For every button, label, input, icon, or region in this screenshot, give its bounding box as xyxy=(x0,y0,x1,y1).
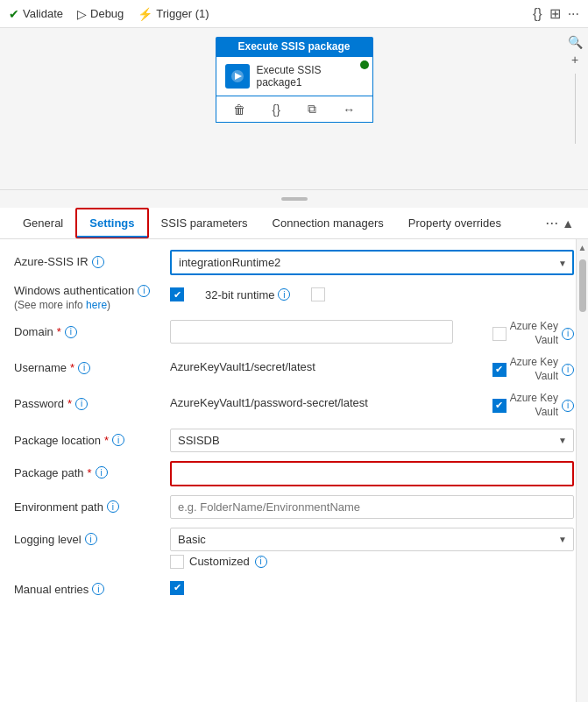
toolbar-right: {} ⊞ ··· xyxy=(533,5,579,22)
ssis-node-toolbar: 🗑 {} ⧉ ↔ xyxy=(216,96,373,123)
windows-auth-label: Windows authentication i (See more info … xyxy=(14,284,163,311)
collapse-bar[interactable] xyxy=(0,190,588,208)
ssis-copy-button[interactable]: ⧉ xyxy=(304,100,320,118)
manual-entries-checkbox[interactable]: ✔ xyxy=(170,581,184,595)
logging-level-label: Logging level i xyxy=(14,528,163,546)
windows-auth-controls: ✔ 32-bit runtime i xyxy=(170,284,574,301)
package-path-input[interactable]: demo/ScaleOutProject/Transformation.dtsx xyxy=(170,461,574,486)
trigger-icon: ⚡ xyxy=(138,7,152,21)
runtime-checkbox[interactable] xyxy=(311,287,325,301)
logging-level-info-icon[interactable]: i xyxy=(85,533,97,545)
form-area: Azure-SSIS IR i integrationRuntime2 ▼ Wi… xyxy=(0,239,588,702)
azure-ssis-ir-control: integrationRuntime2 ▼ xyxy=(170,250,574,275)
password-info-icon[interactable]: i xyxy=(75,398,88,410)
manual-entries-info-icon[interactable]: i xyxy=(92,583,104,595)
ssis-node-body: Execute SSIS package1 xyxy=(216,56,373,96)
tab-property-overrides[interactable]: Property overrides xyxy=(396,209,514,237)
domain-akv-checkbox[interactable] xyxy=(492,327,507,341)
validate-icon: ✔ xyxy=(9,7,19,21)
manual-entries-row: Manual entries i ✔ xyxy=(14,578,574,596)
package-path-info-icon[interactable]: i xyxy=(96,466,108,479)
code-button[interactable]: {} xyxy=(533,6,542,22)
domain-akv-wrapper: Azure KeyVault i xyxy=(460,320,574,347)
azure-ssis-ir-row: Azure-SSIS IR i integrationRuntime2 ▼ xyxy=(14,250,574,275)
zoom-plus-button[interactable]: + xyxy=(571,53,578,67)
azure-ssis-ir-info-icon[interactable]: i xyxy=(92,256,104,268)
debug-icon: ▷ xyxy=(77,7,87,21)
domain-akv-label: Azure KeyVault xyxy=(510,320,558,347)
username-control: AzureKeyVault1/secret/latest xyxy=(170,356,453,378)
more-button[interactable]: ··· xyxy=(568,6,579,22)
username-akv-wrapper: ✔ Azure KeyVault i xyxy=(460,356,574,383)
domain-info-icon[interactable]: i xyxy=(65,326,77,338)
tab-ssis-parameters[interactable]: SSIS parameters xyxy=(149,209,260,237)
azure-ssis-ir-select-wrapper: integrationRuntime2 ▼ xyxy=(170,250,574,275)
domain-input[interactable]: MyDomain xyxy=(170,320,453,344)
tab-connection-managers[interactable]: Connection managers xyxy=(260,209,396,237)
package-location-info-icon[interactable]: i xyxy=(112,434,124,446)
password-value: AzureKeyVault1/password-secret/latest xyxy=(170,392,453,414)
environment-path-control xyxy=(170,495,574,519)
manual-entries-control: ✔ xyxy=(170,578,574,595)
password-akv-info-icon[interactable]: i xyxy=(562,400,574,412)
tab-settings[interactable]: Settings xyxy=(75,208,148,238)
scrollbar-thumb[interactable] xyxy=(579,259,586,312)
windows-auth-info-icon[interactable]: i xyxy=(138,285,150,297)
username-akv-info-icon[interactable]: i xyxy=(562,364,574,376)
validate-button[interactable]: ✔ Validate xyxy=(9,7,63,21)
trigger-button[interactable]: ⚡ Trigger (1) xyxy=(138,7,209,21)
debug-button[interactable]: ▷ Debug xyxy=(77,7,124,21)
customized-checkbox[interactable] xyxy=(170,555,184,569)
tabs-more-button[interactable]: ··· xyxy=(545,214,558,232)
domain-akv-info-icon[interactable]: i xyxy=(562,328,574,340)
package-path-label: Package path * i xyxy=(14,461,163,479)
username-label: Username * i xyxy=(14,356,163,374)
username-akv-checkbox[interactable]: ✔ xyxy=(492,363,507,377)
windows-auth-row: Windows authentication i (See more info … xyxy=(14,284,574,311)
ssis-delete-button[interactable]: 🗑 xyxy=(230,101,249,118)
username-row: Username * i AzureKeyVault1/secret/lates… xyxy=(14,356,574,383)
right-scrollbar: ▲ ▼ xyxy=(576,239,588,702)
ssis-node[interactable]: Execute SSIS package Execute SSIS packag… xyxy=(216,37,373,123)
tab-general[interactable]: General xyxy=(11,209,75,237)
password-akv-checkbox[interactable]: ✔ xyxy=(492,399,507,413)
grid-button[interactable]: ⊞ xyxy=(549,5,561,22)
environment-path-row: Environment path i xyxy=(14,495,574,519)
password-control: AzureKeyVault1/password-secret/latest xyxy=(170,392,453,414)
form-area-wrapper: Azure-SSIS IR i integrationRuntime2 ▼ Wi… xyxy=(0,239,588,702)
username-value: AzureKeyVault1/secret/latest xyxy=(170,356,453,378)
package-location-row: Package location * i SSISDB ▼ xyxy=(14,429,574,452)
customized-info-icon[interactable]: i xyxy=(255,556,267,568)
domain-control: MyDomain xyxy=(170,320,453,344)
manual-entries-checkbox-wrapper: ✔ xyxy=(170,578,574,595)
logging-level-row: Logging level i Basic ▼ Customized i xyxy=(14,528,574,569)
azure-ssis-ir-label: Azure-SSIS IR i xyxy=(14,250,163,268)
scroll-down-arrow[interactable]: ▼ xyxy=(575,696,588,702)
package-location-label: Package location * i xyxy=(14,429,163,447)
package-location-control: SSISDB ▼ xyxy=(170,429,574,452)
scroll-up-arrow[interactable]: ▲ xyxy=(575,239,588,256)
zoom-search-button[interactable]: 🔍 xyxy=(568,35,583,49)
ssis-node-status xyxy=(360,60,369,69)
main-toolbar: ✔ Validate ▷ Debug ⚡ Trigger (1) {} ⊞ ··… xyxy=(0,0,588,28)
runtime-info-icon[interactable]: i xyxy=(278,288,290,301)
environment-path-input[interactable] xyxy=(170,495,574,519)
username-info-icon[interactable]: i xyxy=(78,362,90,374)
ssis-code-button[interactable]: {} xyxy=(268,101,283,118)
tabs-bar: General Settings SSIS parameters Connect… xyxy=(0,208,588,239)
azure-ssis-ir-select[interactable]: integrationRuntime2 xyxy=(170,250,574,275)
tabs-scroll-up[interactable]: ▲ xyxy=(558,216,577,230)
windows-auth-checkbox[interactable]: ✔ xyxy=(170,287,184,301)
logging-level-select[interactable]: Basic xyxy=(170,528,574,551)
package-path-control: demo/ScaleOutProject/Transformation.dtsx xyxy=(170,461,574,486)
password-label: Password * i xyxy=(14,392,163,410)
ssis-connect-button[interactable]: ↔ xyxy=(339,101,358,118)
windows-auth-link[interactable]: here xyxy=(86,299,107,311)
package-location-select[interactable]: SSISDB xyxy=(170,429,574,452)
ssis-node-name: Execute SSIS package1 xyxy=(257,64,364,89)
canvas-area: Execute SSIS package Execute SSIS packag… xyxy=(0,28,588,190)
environment-path-info-icon[interactable]: i xyxy=(107,500,119,513)
customized-label: Customized xyxy=(189,555,250,568)
domain-label: Domain * i xyxy=(14,320,163,338)
logging-level-control: Basic ▼ Customized i xyxy=(170,528,574,569)
